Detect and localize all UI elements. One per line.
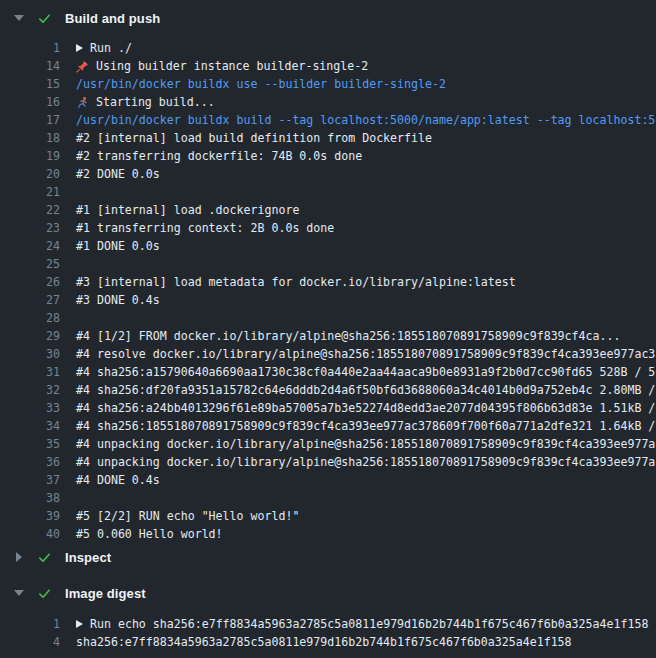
log-line: 25 (0, 255, 656, 273)
log-line: 20 #2 DONE 0.0s (0, 165, 656, 183)
chevron-right-icon (16, 552, 22, 562)
section-header[interactable]: Inspect (0, 543, 656, 571)
log-line: 17 /usr/bin/docker buildx build --tag lo… (0, 111, 656, 129)
expand-line-icon[interactable] (76, 44, 83, 52)
line-content: #3 DONE 0.4s (76, 291, 160, 309)
log-text: #4 DONE 0.4s (76, 471, 160, 489)
line-number[interactable]: 39 (0, 507, 60, 525)
log-text: #4 unpacking docker.io/library/alpine@sh… (76, 453, 655, 471)
line-content: #2 transferring dockerfile: 74B 0.0s don… (76, 147, 362, 165)
log-line: 15 /usr/bin/docker buildx use --builder … (0, 75, 656, 93)
line-number[interactable]: 37 (0, 471, 60, 489)
log-line: 34 #4 sha256:185518070891758909c9f839cf4… (0, 417, 656, 435)
line-number[interactable]: 1 (0, 39, 60, 57)
line-content: #4 [1/2] FROM docker.io/library/alpine@s… (76, 327, 620, 345)
section-header[interactable]: Build and push (0, 4, 656, 32)
line-number[interactable]: 35 (0, 435, 60, 453)
log-line: 31 #4 sha256:a15790640a6690aa1730c38cf0a… (0, 363, 656, 381)
section-lines: 1 Run ./ 14 Using builder instance build… (0, 39, 656, 543)
log-text: #4 unpacking docker.io/library/alpine@sh… (76, 435, 655, 453)
log-text: #5 0.060 Hello world! (76, 525, 223, 543)
line-number[interactable]: 25 (0, 255, 60, 273)
line-number[interactable]: 32 (0, 381, 60, 399)
log-line: 14 Using builder instance builder-single… (0, 57, 656, 75)
line-content: Starting build... (76, 93, 215, 111)
log-line: 19 #2 transferring dockerfile: 74B 0.0s … (0, 147, 656, 165)
line-content: #4 sha256:a15790640a6690aa1730c38cf0a440… (76, 363, 655, 381)
workflow-log: Build and push 1 Run ./ 14 Using builder… (0, 4, 656, 651)
line-content: #2 [internal] load build definition from… (76, 129, 432, 147)
line-number[interactable]: 18 (0, 129, 60, 147)
line-content: Using builder instance builder-single-2 (76, 57, 368, 75)
chevron-down-icon (14, 590, 24, 596)
line-number[interactable]: 22 (0, 201, 60, 219)
log-line: 4 sha256:e7ff8834a5963a2785c5a0811e979d1… (0, 633, 656, 651)
log-section-inspect: Inspect (0, 543, 656, 571)
line-number[interactable]: 38 (0, 489, 60, 507)
log-text: #1 [internal] load .dockerignore (76, 201, 299, 219)
log-section-build-and-push: Build and push 1 Run ./ 14 Using builder… (0, 4, 656, 543)
log-line: 24 #1 DONE 0.0s (0, 237, 656, 255)
log-line: 32 #4 sha256:df20fa9351a15782c64e6dddb2d… (0, 381, 656, 399)
line-number[interactable]: 31 (0, 363, 60, 381)
log-text: #2 [internal] load build definition from… (76, 129, 432, 147)
line-number[interactable]: 26 (0, 273, 60, 291)
line-content: #4 sha256:a24bb4013296f61e89ba57005a7b3e… (76, 399, 655, 417)
line-content: /usr/bin/docker buildx build --tag local… (76, 111, 655, 129)
log-text: Run echo sha256:e7ff8834a5963a2785c5a081… (90, 615, 648, 633)
line-number[interactable]: 15 (0, 75, 60, 93)
line-number[interactable]: 24 (0, 237, 60, 255)
line-number[interactable]: 34 (0, 417, 60, 435)
line-number[interactable]: 20 (0, 165, 60, 183)
log-line: 37 #4 DONE 0.4s (0, 471, 656, 489)
log-line: 21 (0, 183, 656, 201)
line-number[interactable]: 16 (0, 93, 60, 111)
caret-box (13, 15, 24, 21)
line-content: #5 0.060 Hello world! (76, 525, 223, 543)
caret-box (13, 590, 24, 596)
line-number[interactable]: 27 (0, 291, 60, 309)
line-number[interactable]: 19 (0, 147, 60, 165)
line-content: #5 [2/2] RUN echo "Hello world!" (76, 507, 299, 525)
line-number[interactable]: 33 (0, 399, 60, 417)
check-icon (37, 550, 52, 565)
line-number[interactable]: 17 (0, 111, 60, 129)
line-number[interactable]: 28 (0, 309, 60, 327)
log-line: 33 #4 sha256:a24bb4013296f61e89ba57005a7… (0, 399, 656, 417)
line-content: /usr/bin/docker buildx use --builder bui… (76, 75, 446, 93)
log-line: 16 Starting build... (0, 93, 656, 111)
log-text: #2 transferring dockerfile: 74B 0.0s don… (76, 147, 362, 165)
log-line: 35 #4 unpacking docker.io/library/alpine… (0, 435, 656, 453)
section-header[interactable]: Image digest (0, 579, 656, 607)
log-line: 39 #5 [2/2] RUN echo "Hello world!" (0, 507, 656, 525)
log-text: #2 DONE 0.0s (76, 165, 160, 183)
log-line: 18 #2 [internal] load build definition f… (0, 129, 656, 147)
log-line: 40 #5 0.060 Hello world! (0, 525, 656, 543)
log-text: #4 sha256:df20fa9351a15782c64e6dddb2d4a6… (76, 381, 655, 399)
line-content: #2 DONE 0.0s (76, 165, 160, 183)
log-line: 26 #3 [internal] load metadata for docke… (0, 273, 656, 291)
pushpin-icon (76, 59, 90, 73)
line-number[interactable]: 30 (0, 345, 60, 363)
line-number[interactable]: 4 (0, 633, 60, 651)
line-number[interactable]: 21 (0, 183, 60, 201)
line-content: #4 unpacking docker.io/library/alpine@sh… (76, 453, 655, 471)
log-text: /usr/bin/docker buildx build --tag local… (76, 111, 655, 129)
line-content: Run ./ (76, 39, 132, 57)
log-line: 28 (0, 309, 656, 327)
line-number[interactable]: 29 (0, 327, 60, 345)
line-content: sha256:e7ff8834a5963a2785c5a0811e979d16b… (76, 633, 572, 651)
log-text: #3 DONE 0.4s (76, 291, 160, 309)
line-number[interactable]: 1 (0, 615, 60, 633)
log-text: #4 [1/2] FROM docker.io/library/alpine@s… (76, 327, 620, 345)
line-number[interactable]: 23 (0, 219, 60, 237)
line-number[interactable]: 36 (0, 453, 60, 471)
expand-line-icon[interactable] (76, 620, 83, 628)
line-number[interactable]: 14 (0, 57, 60, 75)
log-line: 38 (0, 489, 656, 507)
log-text: Run ./ (90, 39, 132, 57)
log-text: Starting build... (96, 93, 215, 111)
line-content: #4 resolve docker.io/library/alpine@sha2… (76, 345, 655, 363)
log-text: /usr/bin/docker buildx use --builder bui… (76, 75, 446, 93)
line-number[interactable]: 40 (0, 525, 60, 543)
